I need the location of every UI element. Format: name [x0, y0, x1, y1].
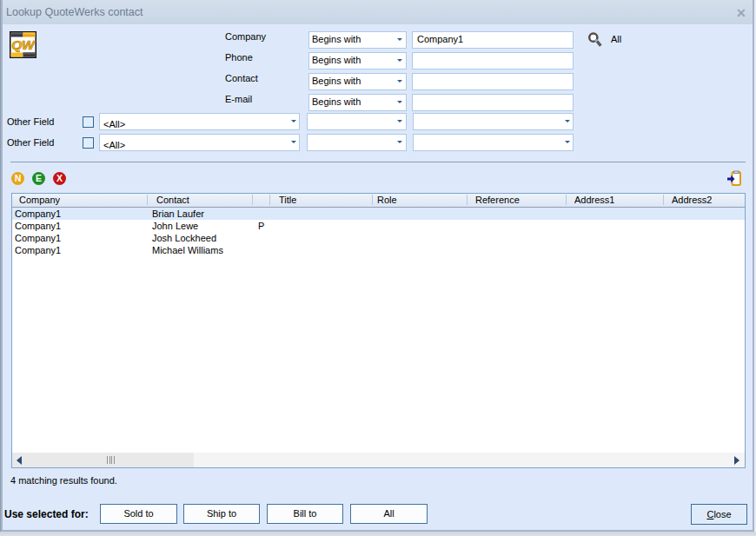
- svg-text:QW: QW: [11, 37, 36, 52]
